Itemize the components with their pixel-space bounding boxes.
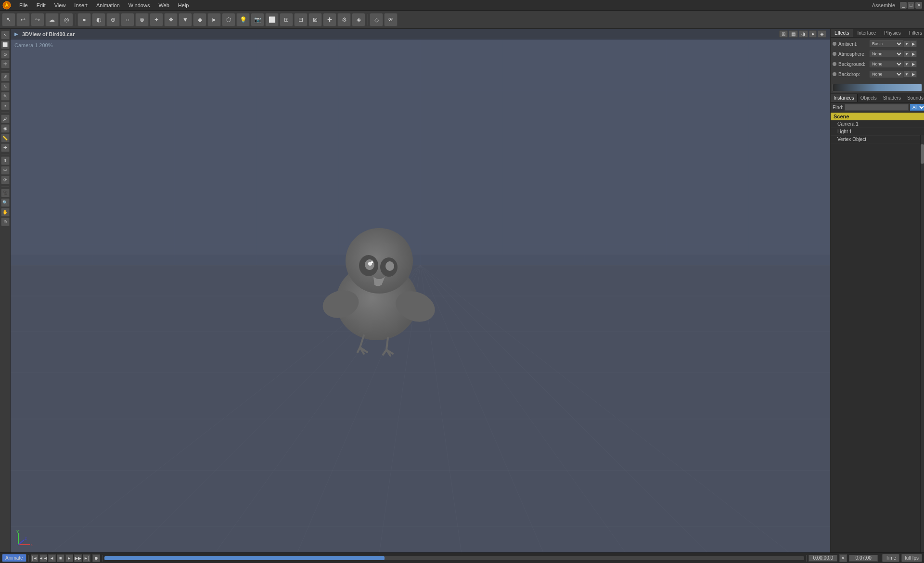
transport-end[interactable]: ►| [83,554,90,562]
menu-web[interactable]: Web [154,1,173,9]
transport-start[interactable]: |◄ [31,554,38,562]
menu-animation[interactable]: Animation [92,1,124,9]
menu-file[interactable]: File [15,1,32,9]
vp-shading-icon[interactable]: ● [809,30,817,38]
scrollbar-thumb[interactable] [921,144,924,164]
background-dropdown[interactable]: None [870,61,903,67]
tool-measure[interactable]: 📏 [1,134,10,142]
toolbar-plane[interactable]: ⊟ [294,13,308,26]
toolbar-render[interactable]: ◎ [60,13,73,26]
tool-move[interactable]: ✛ [1,60,10,68]
time-end-input[interactable] [849,555,878,562]
toolbar-rhombus[interactable]: ◆ [193,13,206,26]
tool-sculpt[interactable]: ◉ [1,124,10,133]
toolbar-torus[interactable]: ⊞ [280,13,293,26]
toolbar-move[interactable]: ◇ [370,13,383,26]
tool-extrude[interactable]: ⬆ [1,156,10,165]
toolbar-cross-circle[interactable]: ⊗ [135,13,149,26]
tool-add-vertex[interactable]: ✚ [1,143,10,152]
toolbar-settings[interactable]: ⚙ [337,13,351,26]
tool-pan[interactable]: ✋ [1,208,10,217]
toolbar-down-tri[interactable]: ▼ [179,13,192,26]
stop-at-end-icon[interactable]: ✕ [839,554,847,562]
transport-prev[interactable]: ◄ [48,554,56,562]
transport-prev-key[interactable]: ◄◄ [39,554,47,562]
toolbar-add-circle[interactable]: ⊕ [106,13,120,26]
close-button[interactable]: ✕ [915,2,922,9]
tool-camera-view[interactable]: 🎥 [1,189,10,197]
vp-perspective-icon[interactable]: ⊞ [779,30,788,38]
tool-scale[interactable]: ⤡ [1,82,10,91]
tool-select-arrow[interactable]: ↖ [1,31,10,39]
tool-cut[interactable]: ✂ [1,166,10,175]
toolbar-target[interactable]: ◈ [352,13,365,26]
tool-paint[interactable]: 🖌 [1,115,10,123]
tab-physics[interactable]: Physics [880,29,905,37]
toolbar-right-tri[interactable]: ► [207,13,221,26]
background-btn2[interactable]: ▶ [910,61,917,67]
tab-effects[interactable]: Effects [831,29,853,37]
menu-help[interactable]: Help [174,1,193,9]
toolbar-camera[interactable]: 📷 [251,13,264,26]
minimize-button[interactable]: _ [900,2,907,9]
tab-sounds[interactable]: Sounds [904,94,924,102]
time-start-input[interactable] [808,555,837,562]
toolbar-light[interactable]: 💡 [236,13,250,26]
animate-button[interactable]: Animate [2,554,26,562]
right-scrollbar[interactable] [920,135,924,552]
ambient-dropdown[interactable]: Basic Advanced [870,40,903,47]
backdrop-btn2[interactable]: ▶ [910,71,917,77]
tool-border-select[interactable]: ⬜ [1,40,10,49]
toolbar-redo[interactable]: ↪ [31,13,44,26]
toolbar-cube[interactable]: ⬜ [265,13,279,26]
tool-zoom[interactable]: 🔍 [1,198,10,207]
transport-next[interactable]: ▶▶ [74,554,82,562]
tab-interface[interactable]: Interface [853,29,880,37]
transport-stop[interactable]: ■ [57,554,64,562]
toolbar-grid[interactable]: ⊠ [308,13,322,26]
toolbar-half-sphere[interactable]: ◐ [92,13,105,26]
find-input[interactable] [845,104,909,111]
scene-item-vertex-object[interactable]: Vertex Object [831,136,924,143]
tool-vertex[interactable]: ▪ [1,102,10,110]
menu-insert[interactable]: Insert [70,1,91,9]
tab-objects[interactable]: Objects [858,94,880,102]
tool-lasso[interactable]: ⊙ [1,50,10,59]
vp-layers-icon[interactable]: ◈ [818,30,826,38]
atmosphere-btn1[interactable]: ▼ [903,51,910,57]
atmosphere-dropdown[interactable]: None [870,51,903,57]
scene-item-light1[interactable]: Light 1 [831,128,924,136]
menu-view[interactable]: View [51,1,70,9]
scene-root-header[interactable]: Scene [831,113,924,120]
toolbar-eye[interactable]: 👁 [384,13,398,26]
tool-edit[interactable]: ✎ [1,92,10,101]
toolbar-bone[interactable]: ✚ [323,13,336,26]
tab-instances[interactable]: Instances [831,94,858,102]
toolbar-sphere[interactable]: ● [77,13,91,26]
timeline-scrubber[interactable] [104,556,805,560]
menu-windows[interactable]: Windows [125,1,154,9]
toolbar-save[interactable]: ☁ [45,13,59,26]
backdrop-dropdown[interactable]: None [870,71,903,77]
find-filter[interactable]: All [910,104,924,111]
ambient-btn1[interactable]: ▼ [903,40,910,47]
tool-rotate[interactable]: ↺ [1,73,10,81]
gradient-bar[interactable] [833,84,922,91]
toolbar-circle[interactable]: ○ [121,13,134,26]
toolbar-star[interactable]: ✦ [150,13,163,26]
menu-edit[interactable]: Edit [33,1,50,9]
tool-orbit[interactable]: ⊕ [1,218,10,226]
toolbar-hex[interactable]: ⬡ [222,13,235,26]
transport-play[interactable]: ► [65,554,73,562]
atmosphere-btn2[interactable]: ▶ [910,51,917,57]
backdrop-btn1[interactable]: ▼ [903,71,910,77]
background-btn1[interactable]: ▼ [903,61,910,67]
vp-display-icon[interactable]: ◑ [799,30,808,38]
toolbar-diamond[interactable]: ❖ [164,13,178,26]
toolbar-select[interactable]: ↖ [2,13,15,26]
tool-loop[interactable]: ⟳ [1,176,10,184]
scene-item-camera1[interactable]: Camera 1 [831,120,924,128]
tab-filters[interactable]: Filters [905,29,924,37]
vp-grid-icon[interactable]: ▦ [789,30,798,38]
maximize-button[interactable]: □ [908,2,914,9]
